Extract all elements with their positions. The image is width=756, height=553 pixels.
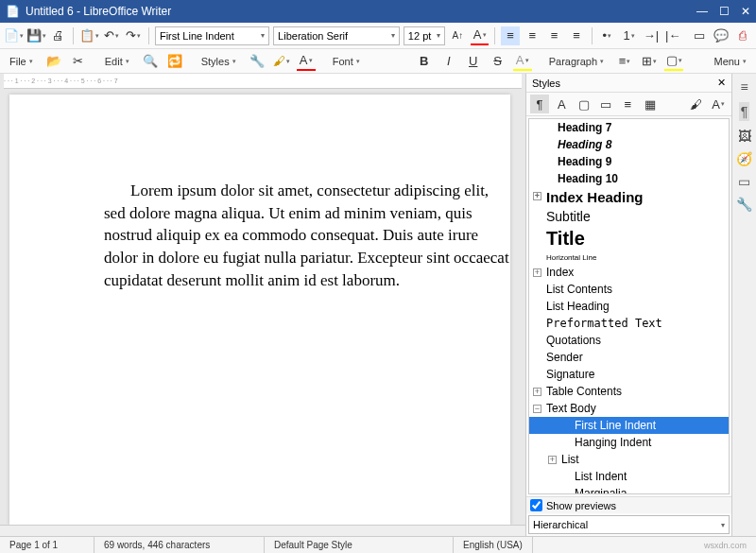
font-color-button[interactable]: A <box>471 26 489 45</box>
style-heading-9[interactable]: Heading 9 <box>529 153 729 170</box>
collapse-icon[interactable]: − <box>533 405 541 413</box>
minimize-button[interactable]: — <box>696 5 708 18</box>
expand-icon[interactable]: + <box>533 192 541 200</box>
header-button[interactable]: ▭ <box>690 26 708 45</box>
update-style-icon[interactable]: 🔧 <box>248 52 266 71</box>
font-size-combo[interactable]: 12 pt <box>404 26 445 45</box>
style-first-line-indent[interactable]: First Line Indent <box>529 417 729 434</box>
menu-button[interactable]: Menu <box>708 54 752 69</box>
paragraph-style-combo[interactable]: First Line Indent <box>155 26 269 45</box>
outline-button[interactable]: ⊞ <box>640 52 659 71</box>
style-table-contents[interactable]: +Table Contents <box>529 383 729 400</box>
comment-button[interactable]: 💬 <box>712 26 730 45</box>
inspect-tab-icon[interactable]: 🔧 <box>736 197 752 212</box>
style-quotations[interactable]: Quotations <box>529 332 729 349</box>
styles-menu[interactable]: Styles <box>196 54 242 69</box>
expand-icon[interactable]: + <box>548 456 557 464</box>
style-list[interactable]: +List <box>529 451 729 468</box>
style-list-heading[interactable]: List Heading <box>529 298 729 315</box>
body-text[interactable]: Lorem ipsum dolor sit amet, consectetur … <box>104 180 510 292</box>
align-right-button[interactable]: ≡ <box>545 26 563 45</box>
expand-icon[interactable]: + <box>533 268 541 277</box>
styles-tab-icon[interactable]: ¶ <box>739 102 750 121</box>
table-styles-icon[interactable]: ▦ <box>641 95 660 113</box>
style-preformatted[interactable]: Preformatted Text <box>529 315 729 332</box>
maximize-button[interactable]: ☐ <box>719 5 730 18</box>
grow-font-button[interactable]: A↑ <box>449 26 467 45</box>
style-filter-combo[interactable]: Hierarchical <box>528 515 730 534</box>
line-spacing-button[interactable]: ≡ <box>615 52 634 71</box>
status-language[interactable]: English (USA) <box>454 537 533 553</box>
page-tab-icon[interactable]: ▭ <box>738 174 750 189</box>
file-menu[interactable]: File <box>4 54 39 69</box>
number-list-button[interactable]: 1 <box>620 26 638 45</box>
paragraph-styles-icon[interactable]: ¶ <box>530 95 549 113</box>
styles-list[interactable]: Heading 7 Heading 8 Heading 9 Heading 10… <box>528 118 730 494</box>
style-hanging-indent[interactable]: Hanging Indent <box>529 434 729 451</box>
paste-button[interactable]: 📋 <box>79 26 98 45</box>
style-horizontal-line[interactable]: Horizontal Line <box>529 251 729 264</box>
bullet-list-button[interactable]: • <box>598 26 616 45</box>
edit-menu[interactable]: Edit <box>99 54 135 69</box>
style-title[interactable]: Title <box>529 226 729 251</box>
style-index-heading[interactable]: +Index Heading <box>529 187 729 207</box>
show-previews-checkbox[interactable] <box>530 499 542 511</box>
style-subtitle[interactable]: Subtitle <box>529 207 729 226</box>
align-justify-button[interactable]: ≡ <box>567 26 585 45</box>
replace-icon[interactable]: 🔁 <box>165 52 184 71</box>
style-heading-7[interactable]: Heading 7 <box>529 119 729 136</box>
export-pdf-button[interactable]: ⎙ <box>734 26 752 45</box>
highlight-icon[interactable]: A <box>297 52 316 71</box>
panel-title: Styles <box>532 78 560 89</box>
print-button[interactable]: 🖨 <box>49 26 67 45</box>
style-text-body[interactable]: −Text Body <box>529 400 729 417</box>
close-button[interactable]: ✕ <box>741 5 750 18</box>
properties-tab-icon[interactable]: ≡ <box>740 79 747 95</box>
strike-button[interactable]: S <box>489 52 507 71</box>
style-marginalia[interactable]: Marginalia <box>529 485 729 494</box>
new-style-icon[interactable]: A <box>709 95 728 113</box>
highlight2-icon[interactable]: A <box>513 52 532 71</box>
save-button[interactable]: 💾 <box>26 26 45 45</box>
status-page[interactable]: Page 1 of 1 <box>0 537 94 553</box>
char-styles-icon[interactable]: A <box>552 95 571 113</box>
fill-format-icon[interactable]: 🖌 <box>687 95 706 113</box>
page-styles-icon[interactable]: ▭ <box>596 95 615 113</box>
style-heading-10[interactable]: Heading 10 <box>529 170 729 187</box>
font-name-combo[interactable]: Liberation Serif <box>273 26 400 45</box>
bold-button[interactable]: B <box>415 52 434 71</box>
frame-styles-icon[interactable]: ▢ <box>575 95 593 113</box>
incr-indent-button[interactable]: →| <box>642 26 660 45</box>
decr-indent-button[interactable]: |← <box>664 26 682 45</box>
paragraph-menu[interactable]: Paragraph <box>543 54 610 69</box>
close-panel-icon[interactable]: ✕ <box>717 77 726 89</box>
gallery-tab-icon[interactable]: 🖼 <box>738 129 751 144</box>
style-heading-8[interactable]: Heading 8 <box>529 136 729 153</box>
status-page-style[interactable]: Default Page Style <box>265 537 454 553</box>
cut-icon[interactable]: ✂ <box>69 52 88 71</box>
undo-button[interactable]: ↶ <box>102 26 120 45</box>
underline-button[interactable]: U <box>464 52 483 71</box>
horizontal-ruler[interactable]: · · · 1 · · · 2 · · · 3 · · · 4 · · · 5 … <box>4 74 522 89</box>
style-signature[interactable]: Signature <box>529 366 729 383</box>
open-icon[interactable]: 📂 <box>44 52 63 71</box>
new-button[interactable]: 📄 <box>4 26 23 45</box>
style-sender[interactable]: Sender <box>529 349 729 366</box>
style-list-indent[interactable]: List Indent <box>529 468 729 485</box>
redo-button[interactable]: ↷ <box>125 26 143 45</box>
para-bg-button[interactable]: ▢ <box>664 52 683 71</box>
font-menu[interactable]: Font <box>327 54 366 69</box>
align-center-button[interactable]: ≡ <box>524 26 541 45</box>
list-styles-icon[interactable]: ≡ <box>618 95 637 113</box>
style-list-contents[interactable]: List Contents <box>529 281 729 298</box>
italic-button[interactable]: I <box>439 52 458 71</box>
document-page[interactable]: Lorem ipsum dolor sit amet, consectetur … <box>9 95 510 525</box>
clone-format-icon[interactable]: 🖌 <box>272 52 291 71</box>
style-index[interactable]: +Index <box>529 264 729 281</box>
horizontal-scrollbar[interactable] <box>0 525 525 536</box>
expand-icon[interactable]: + <box>533 388 541 396</box>
align-left-button[interactable]: ≡ <box>501 26 519 45</box>
navigator-tab-icon[interactable]: 🧭 <box>736 151 752 166</box>
find-icon[interactable]: 🔍 <box>141 52 160 71</box>
status-words[interactable]: 69 words, 446 characters <box>94 537 265 553</box>
